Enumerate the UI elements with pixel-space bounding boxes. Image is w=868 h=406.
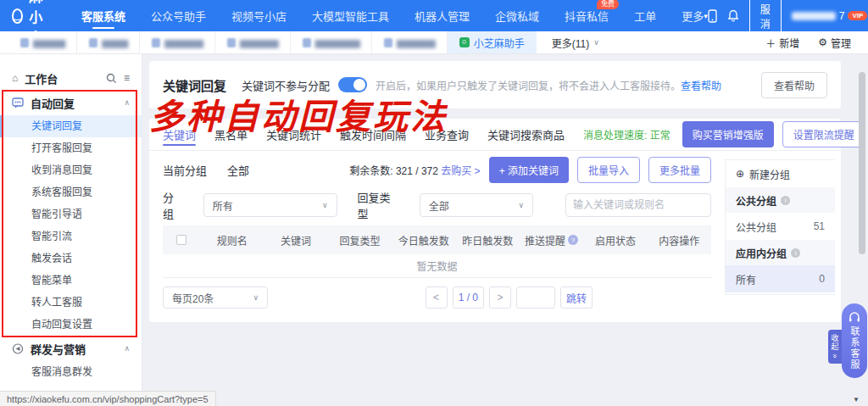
nav-item-7[interactable]: 工单 [634,0,656,31]
nav-item-3[interactable]: 大模型智能工具 [312,0,389,31]
manage-accounts-button[interactable]: ⚙ 管理 [818,36,851,50]
buy-marketing-button[interactable]: 购买营销增强版 [682,121,774,147]
table-header-row: 规则名关键词回复类型今日触发数昨日触发数推送提醒?启用状态内容操作 [163,225,711,254]
account-tab-2[interactable]: ▆▆▆▆▆▆ [140,31,215,53]
account-tab-0[interactable]: ▆▆▆▆▆ [8,31,77,53]
account-tab-active[interactable]: ☺ 小芝麻助手 [448,31,537,53]
sidebar-group-header-1[interactable]: 群发与营销∧ [0,336,142,361]
nav-item-5[interactable]: 企微私域 [495,0,539,31]
tab-关键词统计[interactable]: 关键词统计 [266,119,321,151]
account-suffix: 7 [839,10,845,22]
go-buy-link[interactable]: 去购买 > [441,165,480,177]
bell-icon[interactable] [727,9,739,22]
chevron-down-icon: ▾ [704,12,708,20]
group-filter-select[interactable]: 所有∨ [203,193,337,217]
more-batch-button[interactable]: 更多批量 [648,157,711,183]
keyword-search-input[interactable] [573,199,704,211]
page-header-card: 关键词回复 关键词不参与分配 开启后，如果用户只触发了关键词回复，将不会进入人工… [149,61,841,108]
tab-关键词搜索商品[interactable]: 关键词搜索商品 [487,119,565,151]
more-accounts-dropdown[interactable]: 更多(11)∨ [537,31,615,53]
search-icon[interactable] [106,73,117,84]
limit-reminder-button[interactable]: 设置限流提醒 [782,121,865,147]
tab-业务查询[interactable]: 业务查询 [425,119,469,151]
group-item-name: 公共分组 [736,220,776,234]
reply-type-select[interactable]: 全部∨ [420,193,533,217]
pager: < 1 / 0 > 跳转 [426,286,593,309]
table-header-昨日触发数: 昨日触发数 [456,233,520,247]
sidebar: ⌂ 工作台 ≡ 自动回复∧关键词回复打开客服回复收到消息回复系统客服回复智能引导… [0,54,142,406]
free-badge: 免费 [597,0,619,9]
sidebar-group-header-0[interactable]: 自动回复∧ [0,90,142,115]
current-group-value[interactable]: 全部 [227,162,249,178]
panel-tabs: 关键词黑名单关键词统计触发时间间隔业务查询关键词搜索商品 [163,119,565,151]
prev-page-button[interactable]: < [426,286,448,309]
sidebar-group-0: 自动回复∧关键词回复打开客服回复收到消息回复系统客服回复智能引导语智能引流触发会… [0,90,142,336]
account-tab-3[interactable]: ▆▆▆▆▆▆ [215,31,291,53]
page-jump-button[interactable]: 跳转 [560,286,593,309]
view-help-button[interactable]: 查看帮助 [761,72,827,98]
campaign-icon [12,343,24,354]
toggle-knob [353,79,365,91]
keyword-distribution-toggle[interactable] [338,77,367,92]
account-tab-1[interactable]: ▆▆▆▆ [77,31,140,53]
select-all-checkbox[interactable] [176,235,186,245]
toolbar-row: 当前分组 全部 剩余条数: 321 / 372 去购买 > + 添加关键词 批量… [149,151,725,188]
table-header-启用状态: 启用状态 [583,233,647,247]
nav-item-0[interactable]: 客服系统 [81,0,125,31]
nav-item-4[interactable]: 机器人管理 [415,0,470,31]
account-doc-icon [152,38,160,47]
next-page-button[interactable]: > [489,286,511,309]
nav-item-6[interactable]: 抖音私信免费 [565,0,609,31]
filter-list-icon[interactable]: ≡ [124,72,130,84]
group-item-所有[interactable]: 所有0 [726,265,835,292]
sidebar-item-触发会话[interactable]: 触发会话 [0,247,142,270]
chevron-down-icon: ∨ [593,38,599,47]
sidebar-item-客服消息群发[interactable]: 客服消息群发 [0,361,142,383]
table-header-推送提醒: 推送提醒? [520,233,583,247]
tab-黑名单[interactable]: 黑名单 [214,119,248,151]
account-tab-label-redacted: ▆▆▆▆▆▆ [164,37,203,48]
add-account-button[interactable]: ＋ 新增 [765,36,799,50]
sidebar-item-关键词回复[interactable]: 关键词回复 [0,115,142,137]
vertical-scrollbar[interactable] [859,72,865,254]
help-link[interactable]: 查看帮助 [681,81,721,92]
sidebar-item-转人工客服[interactable]: 转人工客服 [0,292,142,314]
add-keyword-button[interactable]: + 添加关键词 [489,157,569,183]
tabbar-actions: ＋ 新增 ⚙ 管理 [765,31,868,53]
new-group-button[interactable]: ⊕ 新建分组 [726,160,835,187]
vip-badge: VIP [848,11,867,20]
circle-plus-icon: ⊕ [736,168,744,180]
sidebar-item-智能引导语[interactable]: 智能引导语 [0,203,142,225]
toggle-label: 关键词不参与分配 [242,77,330,93]
account-info[interactable]: 7 VIP 3 ▾ [792,10,868,22]
question-icon[interactable]: ? [568,235,578,245]
group-item-公共分组[interactable]: 公共分组51 [726,213,835,240]
account-tab-5[interactable]: ▆▆▆▆▆▆ [372,31,448,53]
nav-item-8[interactable]: 更多 ▾ [682,0,708,31]
sidebar-item-智能菜单[interactable]: 智能菜单 [0,270,142,292]
sidebar-item-workbench[interactable]: ⌂ 工作台 ≡ [0,66,142,90]
sidebar-item-自动回复设置[interactable]: 自动回复设置 [0,314,142,336]
sidebar-group-title: 自动回复 [31,95,117,111]
status-url: https://xiaokefu.com.cn/vip/shoppingCart… [7,394,209,404]
mobile-icon[interactable] [708,9,717,23]
contact-support-button[interactable]: 联系客服 [842,303,867,378]
tab-关键词[interactable]: 关键词 [163,119,196,151]
account-tab-4[interactable]: ▆▆▆▆▆▆▆ [291,31,372,53]
table-header-关键词: 关键词 [264,233,327,247]
current-page-indicator: 1 / 0 [453,286,484,309]
account-doc-icon [384,38,392,47]
sidebar-item-智能引流[interactable]: 智能引流 [0,225,142,247]
sidebar-item-收到消息回复[interactable]: 收到消息回复 [0,159,142,181]
sidebar-item-系统客服回复[interactable]: 系统客服回复 [0,181,142,203]
tab-触发时间间隔[interactable]: 触发时间间隔 [340,119,406,151]
nav-item-2[interactable]: 视频号小店 [231,0,287,31]
nav-item-1[interactable]: 公众号助手 [151,0,206,31]
page-size-select[interactable]: 每页20条∨ [163,286,268,309]
sidebar-item-打开客服回复[interactable]: 打开客服回复 [0,137,142,159]
remaining-count: 剩余条数: 321 / 372 去购买 > [349,163,480,177]
batch-import-button[interactable]: 批量导入 [577,157,640,183]
chat-bubble-icon [12,97,24,108]
collapse-contact-tab[interactable]: 收起 » [828,330,842,364]
page-jump-input[interactable] [516,286,555,309]
